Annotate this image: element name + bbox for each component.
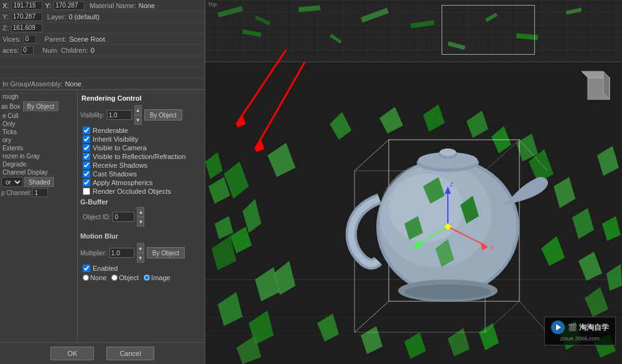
motion-blur-title: Motion Blur <box>80 230 202 242</box>
rendering-control-panel: Rendering Control Visibility: ▲ ▼ By Obj… <box>78 90 205 342</box>
p-channel-label: p Channel: <box>1 189 31 196</box>
top-viewport-label: Top <box>208 1 217 7</box>
top-shard-1 <box>218 6 243 17</box>
y2-input[interactable] <box>11 12 42 21</box>
left-sub-panel: rough as Box By Object e Cull Only Ticks… <box>0 90 78 342</box>
verts-row: Vices: Parent: Scene Root <box>0 34 205 45</box>
cast-shadows-checkbox[interactable] <box>83 170 90 178</box>
checkbox-apply-atmospherics: Apply Atmospherics <box>80 178 202 187</box>
render-occluded-checkbox[interactable] <box>83 188 90 195</box>
prop-ory: ory <box>1 136 76 144</box>
verts-input[interactable] <box>24 35 36 43</box>
visibility-input[interactable] <box>107 110 132 120</box>
blank-row <box>0 56 205 67</box>
x-input[interactable] <box>11 1 42 10</box>
object-id-input[interactable] <box>113 212 134 222</box>
watermark-text: 🎬 淘淘自学 <box>568 322 609 333</box>
faces-input[interactable] <box>21 46 34 55</box>
x-label: X: <box>2 2 9 9</box>
prop-asbox: as Box <box>1 103 21 110</box>
faces-label: aces: <box>2 47 19 54</box>
radio-none-label: None <box>90 274 106 281</box>
apply-atmospherics-checkbox[interactable] <box>83 179 90 186</box>
top-shard-6 <box>330 34 341 44</box>
prop-ticks: Ticks <box>1 128 76 136</box>
y-input[interactable] <box>53 1 85 10</box>
radio-image-label: Image <box>151 274 170 281</box>
object-id-up-btn[interactable]: ▲ <box>137 207 144 217</box>
checkbox-cast-shadows: Cast Shadows <box>80 170 202 178</box>
multiplier-input[interactable] <box>109 248 134 258</box>
watermark: 🎬 淘淘自学 zixue.3066.com <box>544 317 616 345</box>
top-shard-7 <box>411 20 435 28</box>
blank-row2 <box>0 67 205 78</box>
visible-camera-checkbox[interactable] <box>83 144 90 152</box>
main-container: X: Y: Material Name: None Y: Layer: 0 (d… <box>0 0 622 364</box>
multiplier-up-btn[interactable]: ▲ <box>137 243 144 253</box>
channel-input[interactable] <box>32 188 48 197</box>
visible-reflection-checkbox[interactable] <box>83 153 90 160</box>
checkbox-visible-camera: Visible to Camera <box>80 143 202 152</box>
layer-value: 0 (default) <box>68 13 100 20</box>
prop-rough: rough <box>1 93 76 101</box>
inherit-visibility-label: Inherit Visibility <box>93 135 138 143</box>
svg-marker-80 <box>556 324 561 330</box>
group-value: None <box>65 80 81 88</box>
radio-object-input[interactable] <box>111 275 118 281</box>
enabled-row: Enabled <box>80 264 202 273</box>
z-input[interactable] <box>11 24 42 32</box>
viewport: Top <box>205 0 622 364</box>
radio-image-input[interactable] <box>144 275 150 281</box>
renderable-checkbox[interactable] <box>83 127 90 134</box>
z-row: Z: <box>0 22 205 34</box>
checkbox-inherit-visibility: Inherit Visibility <box>80 135 202 143</box>
prop-channel-display: Channel Display <box>1 168 76 176</box>
visibility-down-btn[interactable]: ▼ <box>134 115 142 125</box>
inherit-visibility-checkbox[interactable] <box>83 135 90 143</box>
panel-split: rough as Box By Object e Cull Only Ticks… <box>0 90 205 342</box>
group-label: In Group/Assembly: <box>2 80 63 88</box>
multiplier-down-btn[interactable]: ▼ <box>137 253 144 263</box>
enabled-checkbox[interactable] <box>83 265 90 272</box>
top-shard-5 <box>361 8 389 23</box>
radio-image: Image <box>144 274 170 281</box>
visibility-by-object-btn[interactable]: By Object <box>144 109 182 121</box>
y-label: Y: <box>45 2 51 9</box>
receive-shadows-label: Receive Shadows <box>93 162 147 169</box>
cancel-button[interactable]: Cancel <box>106 347 154 360</box>
shaded-btn[interactable]: Shaded <box>24 177 54 187</box>
checkbox-render-occluded: Render Occluded Objects <box>80 187 202 196</box>
motion-blur-by-object-btn[interactable]: By Object <box>147 247 185 258</box>
num-children-label: Num. Children: <box>42 47 88 54</box>
num-children-value: 0 <box>91 47 95 54</box>
ok-button[interactable]: OK <box>50 347 94 360</box>
object-id-down-btn[interactable]: ▼ <box>137 217 144 227</box>
object-id-row: Object ID: ▲ ▼ <box>80 206 202 228</box>
watermark-url: zixue.3066.com <box>551 335 609 342</box>
gbuffer-section: G-Buffer Object ID: ▲ ▼ <box>80 196 202 230</box>
nav-cube-svg <box>578 68 613 102</box>
receive-shadows-checkbox[interactable] <box>83 162 90 169</box>
parent-value: Scene Root <box>69 35 104 43</box>
visibility-row: Visibility: ▲ ▼ By Object <box>80 104 202 126</box>
bottom-buttons: OK Cancel <box>0 342 205 364</box>
object-id-label: Object ID: <box>83 214 110 221</box>
visible-camera-label: Visible to Camera <box>93 144 147 152</box>
radio-none-input[interactable] <box>83 275 89 281</box>
top-shard-4 <box>243 29 262 37</box>
enabled-label: Enabled <box>93 265 118 272</box>
svg-text:Y: Y <box>407 245 411 251</box>
watermark-icon <box>551 321 565 334</box>
coords-row: X: Y: Material Name: None <box>0 0 205 11</box>
multiplier-label: Multiplier: <box>80 250 107 257</box>
material-value: None <box>139 2 155 9</box>
render-occluded-label: Render Occluded Objects <box>93 188 171 195</box>
group-row: In Group/Assembly: None <box>0 78 205 89</box>
left-panel: X: Y: Material Name: None Y: Layer: 0 (d… <box>0 0 205 364</box>
channel-display-dropdown[interactable]: or <box>1 177 23 187</box>
visibility-up-btn[interactable]: ▲ <box>134 105 142 115</box>
by-object-btn-left[interactable]: By Object <box>23 101 58 111</box>
top-info-area: X: Y: Material Name: None Y: Layer: 0 (d… <box>0 0 205 90</box>
radio-none: None <box>83 274 106 281</box>
visible-reflection-label: Visible to Reflection/Refraction <box>93 153 186 160</box>
